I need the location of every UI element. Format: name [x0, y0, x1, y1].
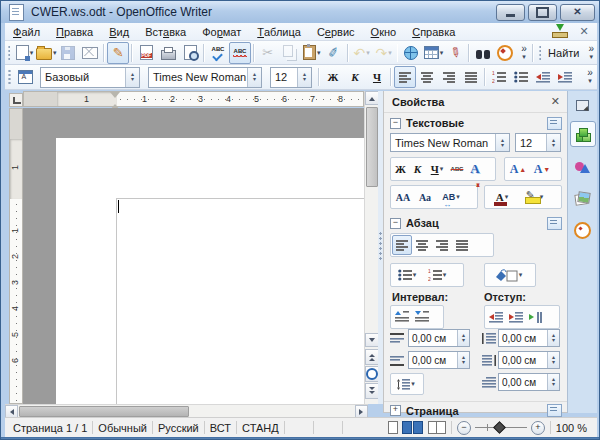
edit-mode-button[interactable]: ✎ — [107, 42, 129, 64]
find-toolbar-overflow-button[interactable]: »▾ — [585, 45, 597, 61]
underline-dropdown-icon[interactable]: ▾ — [440, 165, 444, 173]
document-workspace[interactable] — [23, 108, 364, 404]
menu-format[interactable]: Формат — [194, 23, 249, 41]
combobox-stepper-icon[interactable] — [495, 134, 509, 151]
toolbar-grip[interactable] — [8, 45, 10, 61]
expand-page-section-icon[interactable] — [390, 405, 401, 416]
bold-button[interactable]: Ж — [322, 66, 344, 88]
minimize-button[interactable] — [496, 4, 525, 21]
toolbar-overflow-button[interactable]: »▾ — [518, 45, 530, 61]
bullet-list-button[interactable] — [510, 66, 532, 88]
decrease-paragraph-spacing-button[interactable] — [412, 307, 432, 327]
strikethrough-button[interactable]: АВС — [448, 159, 466, 179]
numbered-list-button[interactable]: 12 — [488, 66, 510, 88]
spellcheck-button[interactable]: АВС — [207, 42, 229, 64]
sidebar-font-name-combobox[interactable]: Times New Roman — [390, 133, 510, 152]
book-view-button[interactable] — [428, 421, 446, 434]
spin-stepper-icon[interactable] — [457, 330, 469, 346]
navigation-button[interactable] — [365, 366, 379, 382]
single-page-view-button[interactable] — [388, 421, 398, 434]
bold-button[interactable]: Ж — [392, 159, 409, 179]
before-text-indent-spinbox[interactable]: 0,00 см — [498, 329, 560, 347]
horizontal-scrollbar[interactable] — [5, 404, 368, 417]
sidebar-settings-button[interactable] — [570, 95, 596, 115]
scroll-down-button[interactable] — [365, 333, 379, 347]
combobox-stepper-icon[interactable] — [297, 68, 311, 87]
open-dropdown-icon[interactable]: ▾ — [53, 49, 57, 57]
bullet-list-button[interactable]: ▾ — [392, 265, 422, 285]
horizontal-scroll-thumb[interactable] — [19, 406, 189, 417]
multi-page-view-button[interactable] — [402, 421, 424, 434]
previous-page-button[interactable] — [365, 349, 379, 365]
cut-button[interactable]: ✂ — [257, 42, 279, 64]
paragraph-background-button[interactable]: ▾ — [486, 265, 530, 285]
decrease-indent-button[interactable] — [486, 307, 506, 327]
menu-window[interactable]: Окно — [363, 23, 405, 41]
redo-dropdown-icon[interactable]: ▾ — [388, 49, 392, 57]
zoom-slider[interactable] — [475, 427, 527, 428]
redo-button[interactable]: ↷▾ — [373, 42, 395, 64]
menu-edit[interactable]: Правка — [48, 23, 101, 41]
hyperlink-button[interactable] — [400, 42, 422, 64]
zoom-in-button[interactable]: + — [531, 421, 545, 435]
new-document-button[interactable]: ▾ — [13, 42, 35, 64]
page-section-dialog-launcher-icon[interactable] — [547, 404, 562, 417]
increase-indent-button[interactable] — [506, 307, 526, 327]
horizontal-ruler[interactable]: 1 1 2 3 4 5 6 7 8 — [23, 91, 364, 107]
below-spacing-spinbox[interactable]: 0,00 см — [408, 351, 470, 369]
page-preview-button[interactable] — [179, 42, 201, 64]
font-color-dropdown-icon[interactable]: ▾ — [505, 193, 509, 201]
spin-stepper-icon[interactable] — [547, 352, 559, 368]
update-available-icon[interactable] — [552, 26, 567, 38]
table-dropdown-icon[interactable]: ▾ — [440, 49, 444, 57]
email-button[interactable] — [79, 42, 101, 64]
numbering-dropdown-icon[interactable]: ▾ — [443, 271, 447, 279]
collapse-paragraph-section-icon[interactable] — [390, 218, 401, 229]
next-page-button[interactable] — [365, 383, 379, 399]
print-button[interactable] — [157, 42, 179, 64]
find-replace-button[interactable] — [472, 42, 494, 64]
sidebar-close-icon[interactable]: ✕ — [551, 95, 560, 108]
menu-tools[interactable]: Сервис — [309, 23, 363, 41]
decrease-font-size-button[interactable]: А▼ — [530, 159, 554, 179]
menu-help[interactable]: Справка — [404, 23, 463, 41]
underline-button[interactable]: Ч — [366, 66, 388, 88]
draw-functions-button[interactable]: ✎ — [444, 42, 466, 64]
lowercase-button[interactable]: Аа▼ — [414, 187, 436, 207]
scroll-up-button[interactable] — [365, 91, 379, 105]
align-center-button[interactable] — [416, 66, 438, 88]
font-name-combobox[interactable]: Times New Roman — [148, 67, 262, 88]
status-insert-mode[interactable]: ВСТ — [210, 422, 231, 434]
status-page-number[interactable]: Страница 1 / 1 — [13, 422, 87, 434]
combobox-stepper-icon[interactable] — [247, 68, 261, 87]
align-left-button[interactable] — [392, 235, 412, 255]
align-center-button[interactable] — [412, 235, 432, 255]
undo-button[interactable]: ↶▾ — [351, 42, 373, 64]
undo-dropdown-icon[interactable]: ▾ — [366, 49, 370, 57]
numbered-list-button[interactable]: 12▾ — [422, 265, 452, 285]
insert-table-button[interactable]: ▾ — [422, 42, 444, 64]
status-page-style[interactable]: Обычный — [98, 422, 147, 434]
format-paintbrush-button[interactable]: ✐ — [323, 42, 345, 64]
vertical-ruler[interactable]: 1 1 2 3 4 5 6 — [9, 108, 23, 404]
zoom-out-button[interactable]: − — [457, 421, 471, 435]
find-toolbar-label[interactable]: Найти — [548, 47, 579, 59]
spin-stepper-icon[interactable] — [457, 352, 469, 368]
uppercase-button[interactable]: АА▲ — [392, 187, 414, 207]
vertical-scroll-thumb[interactable] — [366, 107, 378, 187]
menu-file[interactable]: Файл — [5, 23, 48, 41]
styles-panel-button[interactable] — [14, 66, 36, 88]
open-button[interactable]: ▾ — [35, 42, 57, 64]
zoom-level-value[interactable]: 100 % — [556, 422, 587, 434]
maximize-button[interactable] — [528, 4, 557, 21]
menu-insert[interactable]: Вставка — [137, 23, 194, 41]
toolbar-grip[interactable] — [8, 69, 11, 85]
increase-font-size-button[interactable]: А▲ — [506, 159, 530, 179]
autospellcheck-button[interactable]: АВС — [229, 42, 251, 64]
combobox-stepper-icon[interactable] — [125, 68, 139, 87]
save-button[interactable] — [57, 42, 79, 64]
tab-properties[interactable] — [570, 121, 596, 147]
increase-paragraph-spacing-button[interactable] — [392, 307, 412, 327]
font-size-combobox[interactable]: 12 — [270, 67, 312, 88]
paste-button[interactable]: ▾ — [301, 42, 323, 64]
